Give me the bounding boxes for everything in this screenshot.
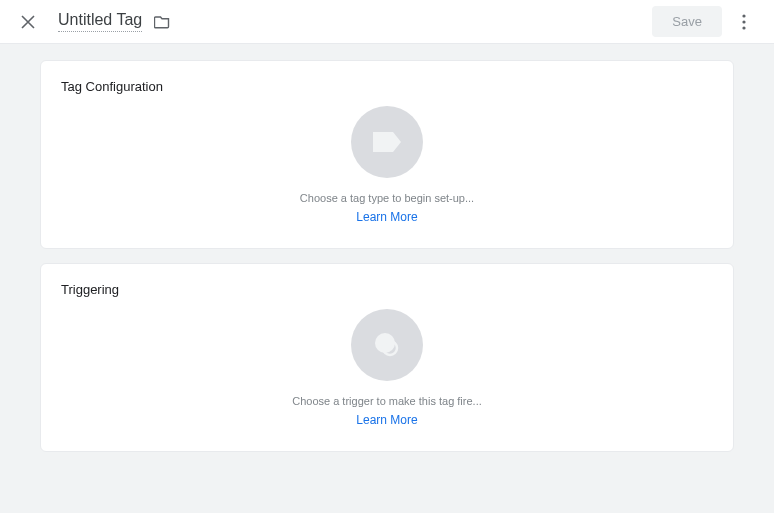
card-title: Tag Configuration (61, 79, 713, 94)
card-title: Triggering (61, 282, 713, 297)
close-icon (21, 15, 35, 29)
more-menu-button[interactable] (730, 8, 758, 36)
triggering-card[interactable]: Triggering Choose a trigger to make this… (40, 263, 734, 452)
tag-config-hint: Choose a tag type to begin set-up... (300, 192, 474, 204)
folder-button[interactable] (154, 15, 170, 29)
card-body: Choose a tag type to begin set-up... Lea… (61, 106, 713, 224)
more-vertical-icon (742, 14, 746, 30)
header: Untitled Tag Save (0, 0, 774, 44)
header-actions: Save (652, 6, 758, 37)
tag-placeholder-circle (351, 106, 423, 178)
save-button[interactable]: Save (652, 6, 722, 37)
title-area: Untitled Tag (58, 11, 170, 32)
tag-configuration-card[interactable]: Tag Configuration Choose a tag type to b… (40, 60, 734, 249)
svg-point-1 (742, 20, 745, 23)
tag-icon (372, 131, 402, 153)
card-body: Choose a trigger to make this tag fire..… (61, 309, 713, 427)
svg-point-2 (742, 26, 745, 29)
tag-config-learn-more-link[interactable]: Learn More (356, 210, 417, 224)
tag-title-input[interactable]: Untitled Tag (58, 11, 142, 32)
folder-icon (154, 15, 170, 29)
trigger-placeholder-circle (351, 309, 423, 381)
svg-point-0 (742, 14, 745, 17)
triggering-learn-more-link[interactable]: Learn More (356, 413, 417, 427)
close-button[interactable] (16, 10, 40, 34)
content-area: Tag Configuration Choose a tag type to b… (0, 44, 774, 513)
trigger-icon (373, 331, 401, 359)
triggering-hint: Choose a trigger to make this tag fire..… (292, 395, 482, 407)
